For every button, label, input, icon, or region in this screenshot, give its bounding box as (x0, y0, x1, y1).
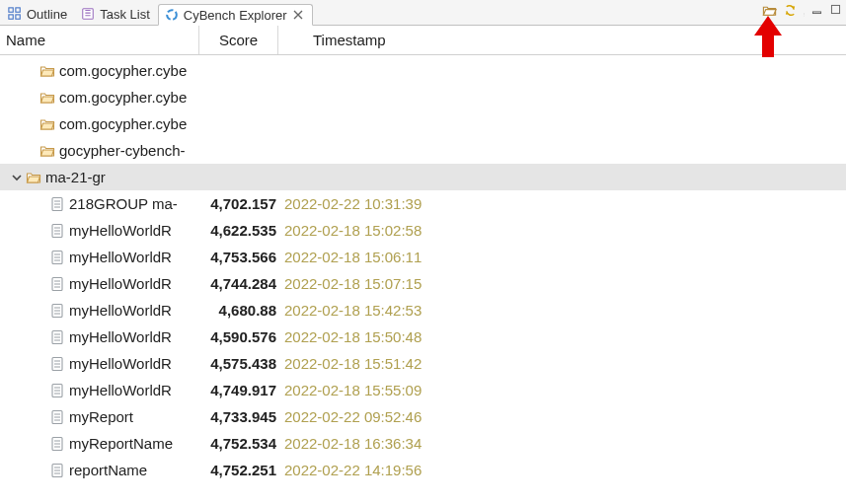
report-name: 218GROUP ma- (69, 195, 178, 212)
report-row[interactable]: myHelloWorldR4,749.9172022-02-18 15:55:0… (0, 377, 846, 403)
folder-icon (26, 170, 41, 185)
report-row[interactable]: myHelloWorldR4,622.5352022-02-18 15:02:5… (0, 217, 846, 244)
report-row[interactable]: myHelloWorldR4,575.4382022-02-18 15:51:4… (0, 350, 846, 377)
report-timestamp: 2022-02-18 15:50:48 (278, 328, 456, 345)
open-folder-icon[interactable] (762, 3, 777, 18)
svg-rect-10 (831, 5, 839, 13)
refresh-icon[interactable] (783, 3, 798, 18)
report-name: myReport (69, 408, 133, 425)
report-name: myHelloWorldR (69, 328, 172, 345)
report-name: myHelloWorldR (69, 249, 172, 265)
report-score: 4,622.535 (199, 222, 278, 239)
report-timestamp: 2022-02-22 09:52:46 (278, 408, 456, 425)
report-name: myReportName (69, 435, 173, 452)
report-name: myHelloWorldR (69, 222, 172, 239)
close-icon[interactable] (292, 9, 304, 21)
folder-label: com.gocypher.cybe (59, 62, 187, 79)
svg-rect-1 (9, 15, 13, 19)
report-row[interactable]: myHelloWorldR4,753.5662022-02-18 15:06:1… (0, 244, 846, 270)
svg-rect-0 (9, 8, 13, 12)
report-timestamp: 2022-02-18 15:06:11 (278, 249, 456, 265)
report-row[interactable]: reportName4,752.2512022-02-22 14:19:56 (0, 457, 846, 483)
report-score: 4,752.534 (199, 435, 278, 452)
report-score: 4,680.88 (199, 302, 278, 319)
report-row[interactable]: myReport4,733.9452022-02-22 09:52:46 (0, 403, 846, 430)
tasklist-icon (81, 7, 95, 21)
view-tab-bar: Outline Task List CyBench Explorer (0, 0, 846, 26)
report-score: 4,744.284 (199, 275, 278, 292)
file-icon (49, 436, 65, 452)
folder-row[interactable]: ma-21-gr (0, 164, 846, 190)
tab-cybench-explorer[interactable]: CyBench Explorer (158, 4, 313, 26)
folder-icon (39, 90, 55, 106)
folder-icon (39, 63, 55, 79)
tab-task-list[interactable]: Task List (75, 3, 158, 25)
file-icon (49, 463, 65, 478)
report-timestamp: 2022-02-18 15:51:42 (278, 355, 456, 372)
file-icon (49, 250, 65, 265)
file-icon (49, 303, 65, 319)
report-score: 4,752.251 (199, 462, 278, 478)
tab-outline[interactable]: Outline (2, 3, 75, 25)
report-name: myHelloWorldR (69, 302, 172, 319)
column-header-score[interactable]: Score (199, 26, 278, 54)
report-score: 4,733.945 (199, 408, 278, 425)
svg-rect-9 (812, 12, 820, 14)
folder-label: ma-21-gr (45, 169, 106, 185)
report-name: myHelloWorldR (69, 382, 172, 398)
report-timestamp: 2022-02-18 15:07:15 (278, 275, 456, 292)
maximize-icon[interactable] (829, 3, 842, 18)
file-icon (49, 196, 65, 212)
tab-label: Task List (100, 7, 150, 22)
column-header-name[interactable]: Name (0, 26, 199, 54)
report-score: 4,753.566 (199, 249, 278, 265)
folder-icon (39, 143, 55, 159)
report-score: 4,590.576 (199, 328, 278, 345)
folder-row[interactable]: com.gocypher.cybe (0, 110, 846, 137)
outline-icon (8, 7, 22, 21)
folder-icon (39, 116, 55, 132)
file-icon (49, 356, 65, 372)
file-icon (49, 276, 65, 292)
report-timestamp: 2022-02-22 10:31:39 (278, 195, 456, 212)
folder-row[interactable]: gocypher-cybench- (0, 137, 846, 164)
report-row[interactable]: myReportName4,752.5342022-02-18 16:36:34 (0, 430, 846, 457)
report-score: 4,749.917 (199, 382, 278, 398)
report-row[interactable]: myHelloWorldR4,744.2842022-02-18 15:07:1… (0, 270, 846, 297)
report-row[interactable]: 218GROUP ma-4,702.1572022-02-22 10:31:39 (0, 190, 846, 217)
svg-rect-3 (16, 15, 20, 19)
report-timestamp: 2022-02-18 15:42:53 (278, 302, 456, 319)
report-timestamp: 2022-02-18 15:02:58 (278, 222, 456, 239)
folder-label: com.gocypher.cybe (59, 89, 187, 106)
file-icon (49, 329, 65, 345)
minimize-icon[interactable] (810, 3, 823, 18)
report-name: reportName (69, 462, 147, 478)
file-icon (49, 409, 65, 425)
report-name: myHelloWorldR (69, 355, 172, 372)
folder-row[interactable]: com.gocypher.cybe (0, 84, 846, 110)
toolbar-separator (804, 4, 805, 18)
svg-point-5 (167, 10, 177, 20)
folder-label: com.gocypher.cybe (59, 115, 187, 132)
report-score: 4,575.438 (199, 355, 278, 372)
tab-label: CyBench Explorer (184, 8, 287, 23)
report-timestamp: 2022-02-18 15:55:09 (278, 382, 456, 398)
chevron-down-icon[interactable] (10, 171, 24, 184)
folder-label: gocypher-cybench- (59, 142, 186, 159)
tab-label: Outline (27, 7, 67, 22)
folder-row[interactable]: com.gocypher.cybe (0, 57, 846, 84)
report-name: myHelloWorldR (69, 275, 172, 292)
report-tree: com.gocypher.cybecom.gocypher.cybecom.go… (0, 55, 846, 483)
report-score: 4,702.157 (199, 195, 278, 212)
column-header-row: Name Score Timestamp (0, 26, 846, 55)
report-timestamp: 2022-02-22 14:19:56 (278, 462, 456, 478)
file-icon (49, 383, 65, 398)
report-row[interactable]: myHelloWorldR4,680.882022-02-18 15:42:53 (0, 297, 846, 324)
report-row[interactable]: myHelloWorldR4,590.5762022-02-18 15:50:4… (0, 324, 846, 350)
report-timestamp: 2022-02-18 16:36:34 (278, 435, 456, 452)
cybench-icon (165, 8, 179, 22)
column-header-timestamp[interactable]: Timestamp (278, 26, 456, 54)
view-toolbar (762, 3, 842, 18)
svg-rect-2 (16, 8, 20, 12)
file-icon (49, 223, 65, 239)
